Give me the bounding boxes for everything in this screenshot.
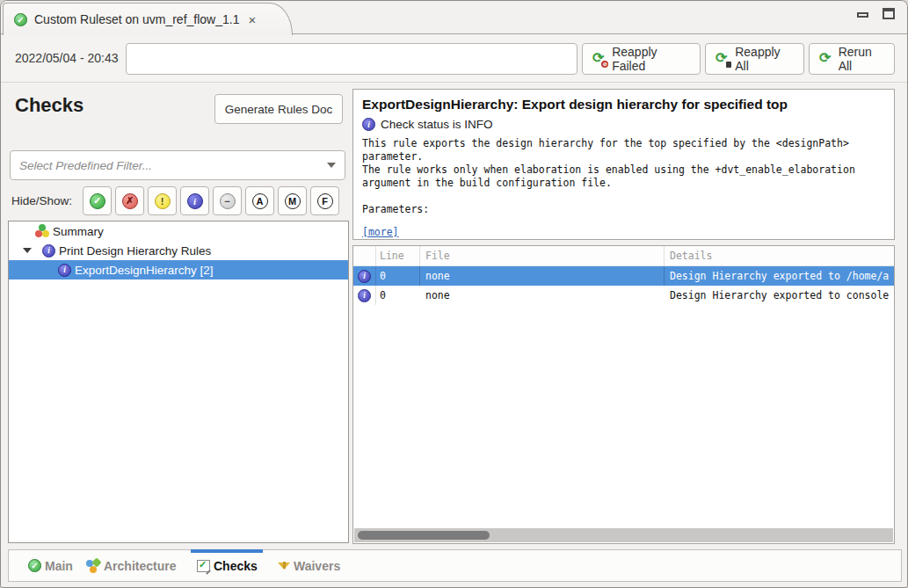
info-icon: i — [42, 244, 55, 258]
top-toolbar: 2022/05/04 - 20:43 ⊘ Reapply Failed Reap… — [1, 35, 907, 83]
waivers-funnel-icon — [278, 563, 290, 570]
check-title: ExportDesignHierarchy: Export design hie… — [362, 97, 885, 113]
tree-item-label: Print Design Hierarchy Rules — [59, 244, 211, 258]
column-header-details[interactable]: Details — [665, 250, 894, 262]
app-window: ✓ Custom Ruleset on uvm_ref_flow_1.1 × 2… — [0, 0, 908, 588]
check-status-text: Check status is INFO — [381, 118, 493, 131]
summary-icon — [35, 224, 49, 238]
column-header-line[interactable]: Line — [376, 246, 420, 265]
tree-item-label: ExportDesignHierarchy [2] — [75, 264, 214, 277]
tab-label: Main — [45, 559, 73, 573]
rerun-all-button[interactable]: Rerun All — [809, 43, 895, 75]
tab-title: Custom Ruleset on uvm_ref_flow_1.1 — [34, 12, 239, 26]
tab-checks[interactable]: Checks — [197, 550, 258, 581]
info-icon: i — [358, 270, 371, 283]
letter-m-icon: M — [285, 193, 301, 209]
disabled-icon: − — [220, 193, 236, 209]
info-icon: i — [358, 289, 371, 302]
run-timestamp: 2022/05/04 - 20:43 — [15, 51, 119, 65]
expand-arrow-icon[interactable] — [23, 248, 32, 253]
reapply-all-label: Reapply All — [735, 45, 794, 73]
toggle-pass-button[interactable]: ✓ — [83, 186, 112, 215]
tab-main[interactable]: ✓ Main — [28, 550, 73, 581]
checks-panel-title: Checks — [15, 94, 84, 117]
ruleset-status-icon: ✓ — [14, 13, 27, 26]
table-row[interactable]: i 0 none Design Hierarchy exported to /h… — [353, 266, 894, 286]
horizontal-scrollbar[interactable] — [354, 528, 893, 542]
column-header-icon[interactable] — [353, 246, 376, 265]
parameters-label: Parameters: — [362, 203, 885, 215]
tab-close-icon[interactable]: × — [248, 12, 256, 27]
toggle-fail-button[interactable]: ✗ — [115, 186, 144, 215]
line-cell: 0 — [376, 266, 420, 286]
info-icon: i — [362, 118, 375, 131]
search-input[interactable] — [126, 43, 577, 75]
predefined-filter-combo[interactable]: Select Predefined Filter... — [10, 150, 345, 180]
reapply-failed-label: Reapply Failed — [612, 45, 690, 73]
hide-show-label: Hide/Show: — [11, 194, 72, 207]
check-description: This rule exports the design hierarchy f… — [362, 137, 885, 190]
reapply-all-button[interactable]: Reapply All — [705, 43, 804, 75]
main-tab-icon: ✓ — [28, 559, 41, 572]
more-link[interactable]: [more] — [362, 226, 399, 238]
bottom-tabbar: ✓ Main Architecture Checks Waivers — [8, 549, 902, 582]
refresh-all-icon — [716, 52, 730, 66]
scrollbar-thumb[interactable] — [358, 531, 490, 540]
toggle-m-button[interactable]: M — [278, 186, 307, 215]
info-icon: i — [187, 193, 203, 209]
filter-placeholder: Select Predefined Filter... — [19, 159, 327, 172]
tab-architecture[interactable]: Architecture — [86, 550, 176, 581]
fail-icon: ✗ — [122, 193, 138, 209]
file-cell: none — [420, 266, 665, 286]
table-header-row: Line File Details — [353, 246, 894, 266]
reapply-failed-button[interactable]: ⊘ Reapply Failed — [582, 43, 701, 75]
toggle-f-button[interactable]: F — [310, 186, 339, 215]
tree-item-export-design-hierarchy[interactable]: i ExportDesignHierarchy [2] — [9, 260, 348, 279]
generate-rules-doc-button[interactable]: Generate Rules Doc — [214, 94, 343, 124]
checks-tree: Summary i Print Design Hierarchy Rules i… — [8, 221, 349, 543]
details-cell: Design Hierarchy exported to console — [665, 289, 894, 301]
file-cell: none — [420, 289, 665, 301]
column-header-file[interactable]: File — [420, 246, 665, 265]
info-icon-cell: i — [353, 286, 376, 305]
check-description-panel: ExportDesignHierarchy: Export design hie… — [352, 89, 895, 240]
table-row[interactable]: i 0 none Design Hierarchy exported to co… — [353, 286, 894, 305]
rerun-icon — [819, 52, 833, 66]
info-icon-cell: i — [353, 266, 376, 286]
toggle-a-button[interactable]: A — [245, 186, 274, 215]
letter-a-icon: A — [252, 193, 268, 209]
toggle-info-button[interactable]: i — [180, 186, 209, 215]
minimize-view-icon[interactable] — [857, 12, 868, 18]
check-status-line: i Check status is INFO — [362, 118, 885, 131]
tab-label: Waivers — [294, 559, 340, 573]
architecture-icon — [86, 559, 100, 573]
line-cell: 0 — [376, 289, 420, 301]
pass-icon: ✓ — [90, 193, 105, 209]
hide-show-toggle-row: ✓ ✗ ! i − A M F — [83, 186, 339, 215]
tab-label: Checks — [214, 559, 258, 573]
maximize-view-icon[interactable] — [883, 8, 895, 19]
refresh-failed-icon: ⊘ — [592, 52, 607, 66]
editor-tab-custom-ruleset[interactable]: ✓ Custom Ruleset on uvm_ref_flow_1.1 × — [3, 3, 293, 35]
tree-item-summary[interactable]: Summary — [9, 221, 348, 241]
letter-f-icon: F — [317, 193, 333, 209]
tree-item-print-design-hierarchy-rules[interactable]: i Print Design Hierarchy Rules — [9, 241, 348, 260]
details-cell: Design Hierarchy exported to /home/a — [665, 270, 894, 282]
tree-item-label: Summary — [53, 225, 104, 238]
info-icon: i — [58, 264, 71, 277]
checks-icon — [197, 560, 210, 572]
tab-waivers[interactable]: Waivers — [278, 550, 340, 581]
toggle-warning-button[interactable]: ! — [148, 186, 177, 215]
check-results-table: Line File Details i 0 none Design Hierar… — [352, 245, 895, 544]
chevron-down-icon — [327, 163, 336, 168]
warning-icon: ! — [155, 193, 171, 209]
rerun-all-label: Rerun All — [839, 45, 884, 73]
editor-tabbar: ✓ Custom Ruleset on uvm_ref_flow_1.1 × — [1, 1, 907, 34]
tab-label: Architecture — [104, 559, 176, 573]
toggle-disabled-button[interactable]: − — [213, 186, 242, 215]
